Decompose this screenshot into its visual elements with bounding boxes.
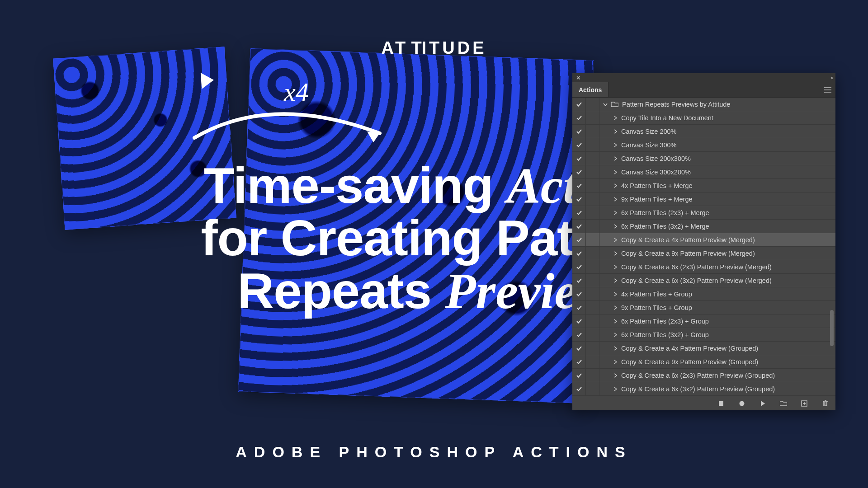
record-button[interactable] <box>738 399 746 408</box>
toggle-dialog[interactable] <box>586 111 599 124</box>
toggle-dialog[interactable] <box>586 98 599 111</box>
action-row[interactable]: Canvas Size 200x300% <box>572 152 835 165</box>
toggle-dialog[interactable] <box>586 206 599 219</box>
scrollbar[interactable] <box>830 98 834 396</box>
panel-menu-icon[interactable] <box>820 82 835 97</box>
action-set-row[interactable]: Pattern Repeats Previews by Attitude <box>572 98 835 111</box>
toggle-dialog[interactable] <box>586 192 599 206</box>
action-row[interactable]: Copy & Create a 9x Pattern Preview (Grou… <box>572 355 835 369</box>
new-set-button[interactable] <box>779 399 788 408</box>
toggle-check[interactable] <box>572 152 586 165</box>
chevron-right-icon[interactable] <box>612 170 618 174</box>
new-action-button[interactable] <box>800 399 808 408</box>
action-row[interactable]: Copy & Create a 4x Pattern Preview (Grou… <box>572 342 835 355</box>
action-row[interactable]: Canvas Size 300% <box>572 138 835 152</box>
toggle-check[interactable] <box>572 342 586 355</box>
action-row[interactable]: 6x Pattern Tiles (3x2) + Group <box>572 328 835 342</box>
action-row[interactable]: Copy Tile Into a New Document <box>572 111 835 125</box>
chevron-right-icon[interactable] <box>612 278 618 283</box>
chevron-right-icon[interactable] <box>612 211 618 215</box>
action-row[interactable]: Copy & Create a 4x Pattern Preview (Merg… <box>572 233 835 247</box>
toggle-check[interactable] <box>572 220 586 233</box>
chevron-right-icon[interactable] <box>612 333 618 337</box>
action-row[interactable]: 6x Pattern Tiles (2x3) + Group <box>572 314 835 328</box>
chevron-right-icon[interactable] <box>612 116 618 120</box>
toggle-dialog[interactable] <box>586 233 599 246</box>
chevron-right-icon[interactable] <box>612 360 618 364</box>
toggle-check[interactable] <box>572 328 586 341</box>
action-row[interactable]: Copy & Create a 6x (3x2) Pattern Preview… <box>572 382 835 396</box>
toggle-dialog[interactable] <box>586 247 599 260</box>
chevron-right-icon[interactable] <box>612 143 618 147</box>
toggle-dialog[interactable] <box>586 314 599 328</box>
toggle-check[interactable] <box>572 369 586 382</box>
collapse-icon[interactable]: ‹‹ <box>831 75 832 81</box>
toggle-check[interactable] <box>572 382 586 395</box>
toggle-check[interactable] <box>572 179 586 192</box>
action-row[interactable]: 9x Pattern Tiles + Group <box>572 301 835 314</box>
toggle-dialog[interactable] <box>586 152 599 165</box>
action-row[interactable]: 9x Pattern Tiles + Merge <box>572 192 835 206</box>
toggle-check[interactable] <box>572 206 586 219</box>
toggle-dialog[interactable] <box>586 125 599 138</box>
toggle-dialog[interactable] <box>586 274 599 287</box>
toggle-dialog[interactable] <box>586 328 599 341</box>
toggle-check[interactable] <box>572 301 586 314</box>
toggle-check[interactable] <box>572 233 586 246</box>
action-row[interactable]: Copy & Create a 6x (2x3) Pattern Preview… <box>572 260 835 274</box>
play-button[interactable] <box>759 399 767 408</box>
action-row[interactable]: Canvas Size 300x200% <box>572 165 835 179</box>
action-row[interactable]: Canvas Size 200% <box>572 125 835 138</box>
toggle-check[interactable] <box>572 165 586 178</box>
toggle-check[interactable] <box>572 247 586 260</box>
toggle-dialog[interactable] <box>586 382 599 395</box>
stop-button[interactable] <box>717 399 725 408</box>
action-row[interactable]: 6x Pattern Tiles (2x3) + Merge <box>572 206 835 220</box>
toggle-dialog[interactable] <box>586 220 599 233</box>
chevron-right-icon[interactable] <box>612 129 618 134</box>
toggle-dialog[interactable] <box>586 301 599 314</box>
chevron-right-icon[interactable] <box>612 238 618 242</box>
toggle-check[interactable] <box>572 260 586 273</box>
chevron-right-icon[interactable] <box>612 346 618 351</box>
tab-actions[interactable]: Actions <box>572 82 609 97</box>
chevron-right-icon[interactable] <box>612 197 618 202</box>
toggle-check[interactable] <box>572 274 586 287</box>
chevron-right-icon[interactable] <box>612 156 618 161</box>
chevron-right-icon[interactable] <box>612 373 618 378</box>
toggle-check[interactable] <box>572 314 586 328</box>
toggle-check[interactable] <box>572 125 586 138</box>
toggle-dialog[interactable] <box>586 342 599 355</box>
toggle-dialog[interactable] <box>586 355 599 368</box>
action-row[interactable]: 4x Pattern Tiles + Group <box>572 287 835 301</box>
panel-titlebar[interactable]: ✕ ‹‹ <box>572 73 835 82</box>
action-row[interactable]: Copy & Create a 9x Pattern Preview (Merg… <box>572 247 835 260</box>
toggle-dialog[interactable] <box>586 260 599 273</box>
chevron-right-icon[interactable] <box>612 387 618 391</box>
action-row[interactable]: 4x Pattern Tiles + Merge <box>572 179 835 192</box>
chevron-right-icon[interactable] <box>612 265 618 269</box>
toggle-check[interactable] <box>572 287 586 300</box>
toggle-check[interactable] <box>572 138 586 151</box>
chevron-right-icon[interactable] <box>612 183 618 188</box>
toggle-dialog[interactable] <box>586 287 599 300</box>
toggle-check[interactable] <box>572 192 586 206</box>
toggle-dialog[interactable] <box>586 179 599 192</box>
toggle-dialog[interactable] <box>586 165 599 178</box>
toggle-check[interactable] <box>572 355 586 368</box>
delete-button[interactable] <box>821 399 829 408</box>
chevron-right-icon[interactable] <box>612 292 618 296</box>
toggle-dialog[interactable] <box>586 138 599 151</box>
close-icon[interactable]: ✕ <box>576 75 581 81</box>
toggle-check[interactable] <box>572 98 586 111</box>
chevron-down-icon[interactable] <box>602 102 609 107</box>
chevron-right-icon[interactable] <box>612 319 618 324</box>
action-row[interactable]: 6x Pattern Tiles (3x2) + Merge <box>572 220 835 233</box>
scrollbar-thumb[interactable] <box>830 310 834 346</box>
toggle-dialog[interactable] <box>586 369 599 382</box>
action-row[interactable]: Copy & Create a 6x (3x2) Pattern Preview… <box>572 274 835 287</box>
chevron-right-icon[interactable] <box>612 224 618 229</box>
chevron-right-icon[interactable] <box>612 305 618 310</box>
action-row[interactable]: Copy & Create a 6x (2x3) Pattern Preview… <box>572 369 835 382</box>
toggle-check[interactable] <box>572 111 586 124</box>
